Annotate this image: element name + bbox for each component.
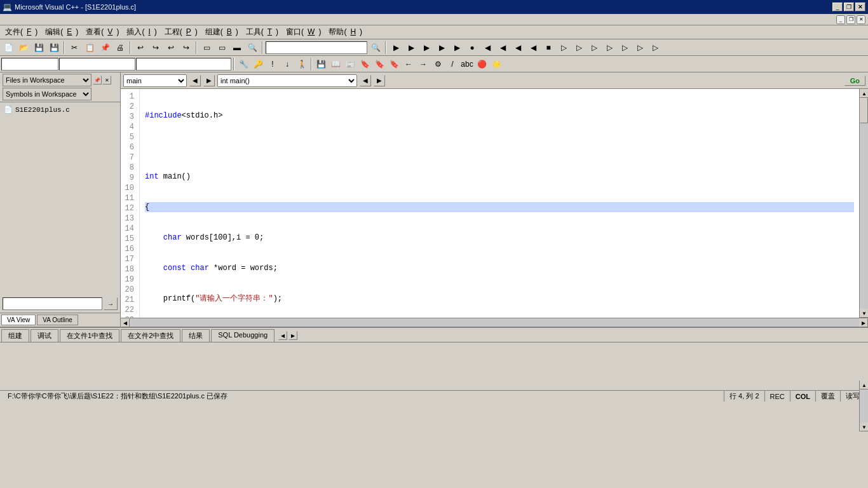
- tab-build[interactable]: 组建: [1, 329, 29, 342]
- hscroll-right-button[interactable]: ▶: [859, 318, 868, 327]
- out-scroll-down[interactable]: ▼: [860, 423, 868, 431]
- rect3-btn[interactable]: ▬: [230, 41, 244, 55]
- tb2-btn6[interactable]: 💾: [314, 57, 328, 71]
- workspace-symbols-dropdown[interactable]: Symbols in Workspace: [3, 88, 92, 100]
- menu-window[interactable]: 窗口(W): [282, 25, 325, 39]
- scroll-thumb[interactable]: [860, 98, 868, 123]
- sidebar-search-input[interactable]: [3, 297, 102, 310]
- rect2-btn[interactable]: ▭: [215, 41, 229, 55]
- nav-next-button[interactable]: ▶: [203, 75, 215, 86]
- scroll-up-button[interactable]: ▲: [860, 89, 868, 98]
- tb-btn14[interactable]: ▷: [587, 41, 601, 55]
- context-combo[interactable]: [1, 58, 58, 71]
- undo-button[interactable]: ↩: [133, 41, 147, 55]
- tb-btn15[interactable]: ▷: [602, 41, 616, 55]
- tab-find1[interactable]: 在文件1中查找: [60, 329, 119, 342]
- cut-button[interactable]: ✂: [67, 41, 81, 55]
- tb-btn3[interactable]: ▶: [419, 41, 433, 55]
- save-all-button[interactable]: 💾: [47, 41, 61, 55]
- tab-sql[interactable]: SQL Debugging: [211, 329, 275, 342]
- tb2-btn16[interactable]: abc: [460, 57, 474, 71]
- out-scroll-up[interactable]: ▲: [860, 381, 868, 390]
- tb2-btn10[interactable]: 🔖: [372, 57, 386, 71]
- find-input[interactable]: [266, 41, 367, 54]
- sidebar-pin-button[interactable]: 📌: [93, 76, 102, 85]
- tb2-btn9[interactable]: 🔖: [358, 57, 372, 71]
- tb2-btn5[interactable]: 🚶: [295, 57, 309, 71]
- restore-button[interactable]: ❐: [844, 3, 854, 11]
- tab-results[interactable]: 结果: [182, 329, 210, 342]
- tb2-btn2[interactable]: 🔑: [251, 57, 265, 71]
- tb2-btn1[interactable]: 🔧: [236, 57, 250, 71]
- nav-prev-button[interactable]: ◀: [189, 75, 201, 86]
- tab-find2[interactable]: 在文件2中查找: [121, 329, 180, 342]
- close-button[interactable]: ✕: [855, 3, 865, 11]
- tb2-btn7[interactable]: 📖: [329, 57, 342, 71]
- menu-project[interactable]: 工程(P): [161, 25, 201, 39]
- go-button[interactable]: Go: [844, 76, 865, 86]
- restore-inner-button[interactable]: ❐: [846, 15, 855, 24]
- scroll-down-button[interactable]: ▼: [860, 309, 868, 318]
- output-vscroll[interactable]: ▲ ▼: [859, 381, 868, 431]
- tb-btn8[interactable]: ◀: [496, 41, 510, 55]
- tb2-btn8[interactable]: 📰: [343, 57, 357, 71]
- open-button[interactable]: 📂: [17, 41, 31, 55]
- function-dropdown[interactable]: int main(): [217, 74, 357, 87]
- tb-btn2[interactable]: ▶: [404, 41, 418, 55]
- print-button[interactable]: 🖨: [113, 41, 127, 55]
- tb-btn16[interactable]: ▷: [618, 41, 632, 55]
- tb-btn4[interactable]: ▶: [435, 41, 449, 55]
- tree-file-item[interactable]: 📄 S1E2201plus.c: [3, 105, 118, 114]
- tb2-btn12[interactable]: ←: [402, 57, 416, 71]
- file-combo[interactable]: [59, 58, 135, 71]
- tab-va-view[interactable]: VA View: [1, 315, 36, 325]
- tb-btn5[interactable]: ▶: [450, 41, 464, 55]
- func-nav-next[interactable]: ▶: [374, 75, 385, 86]
- magnify-btn[interactable]: 🔍: [245, 41, 259, 55]
- tb2-btn18[interactable]: 🌟: [489, 57, 503, 71]
- code-text-area[interactable]: #include<stdio.h> int main() { char word…: [140, 89, 859, 318]
- context-dropdown[interactable]: main: [123, 74, 187, 87]
- menu-view[interactable]: 查看(V): [82, 25, 123, 39]
- tb-btn12[interactable]: ▷: [557, 41, 571, 55]
- redo-button[interactable]: ↩: [164, 41, 178, 55]
- tb-btn13[interactable]: ▷: [572, 41, 586, 55]
- min-inner-button[interactable]: _: [836, 15, 845, 24]
- hscroll-left-button[interactable]: ◀: [121, 318, 130, 327]
- horizontal-scrollbar[interactable]: ◀ ▶: [121, 318, 868, 327]
- menu-build[interactable]: 组建(B): [201, 25, 242, 39]
- scope-combo[interactable]: [136, 58, 231, 71]
- tb2-btn11[interactable]: 🔖: [387, 57, 401, 71]
- save-button[interactable]: 💾: [32, 41, 46, 55]
- tb2-btn17[interactable]: 🔴: [475, 57, 489, 71]
- copy-button[interactable]: 📋: [83, 41, 97, 55]
- redo2-button[interactable]: ↪: [179, 41, 193, 55]
- close-inner-button[interactable]: ✕: [857, 15, 865, 24]
- func-nav-prev[interactable]: ◀: [360, 75, 371, 86]
- new-button[interactable]: 📄: [1, 41, 15, 55]
- menu-tools[interactable]: 工具(T): [242, 25, 282, 39]
- tb2-btn15[interactable]: /: [445, 57, 459, 71]
- tb-btn9[interactable]: ◀: [511, 41, 525, 55]
- tb2-btn13[interactable]: →: [416, 57, 430, 71]
- tb-btn18[interactable]: ▷: [648, 41, 662, 55]
- tb-btn11[interactable]: ■: [541, 41, 555, 55]
- vertical-scrollbar[interactable]: ▲ ▼: [859, 89, 868, 318]
- rect-btn[interactable]: ▭: [200, 41, 214, 55]
- output-scroll-left[interactable]: ◀: [278, 331, 287, 340]
- undo2-button[interactable]: ↪: [149, 41, 163, 55]
- workspace-files-dropdown[interactable]: Files in Workspace: [3, 74, 92, 86]
- tb2-btn3[interactable]: !: [266, 57, 280, 71]
- tb2-btn4[interactable]: ↓: [280, 57, 294, 71]
- sidebar-search-button[interactable]: →: [104, 297, 118, 310]
- menu-insert[interactable]: 插入(I): [123, 25, 160, 39]
- tb2-btn14[interactable]: ⚙: [431, 57, 445, 71]
- paste-button[interactable]: 📌: [98, 41, 112, 55]
- tb-btn17[interactable]: ▷: [633, 41, 647, 55]
- tb-btn10[interactable]: ◀: [526, 41, 540, 55]
- scroll-track[interactable]: [860, 98, 868, 309]
- menu-edit[interactable]: 编辑(E): [41, 25, 82, 39]
- tab-debug[interactable]: 调试: [31, 329, 58, 342]
- menu-file[interactable]: 文件(F): [1, 25, 41, 39]
- output-scroll-right[interactable]: ▶: [288, 331, 297, 340]
